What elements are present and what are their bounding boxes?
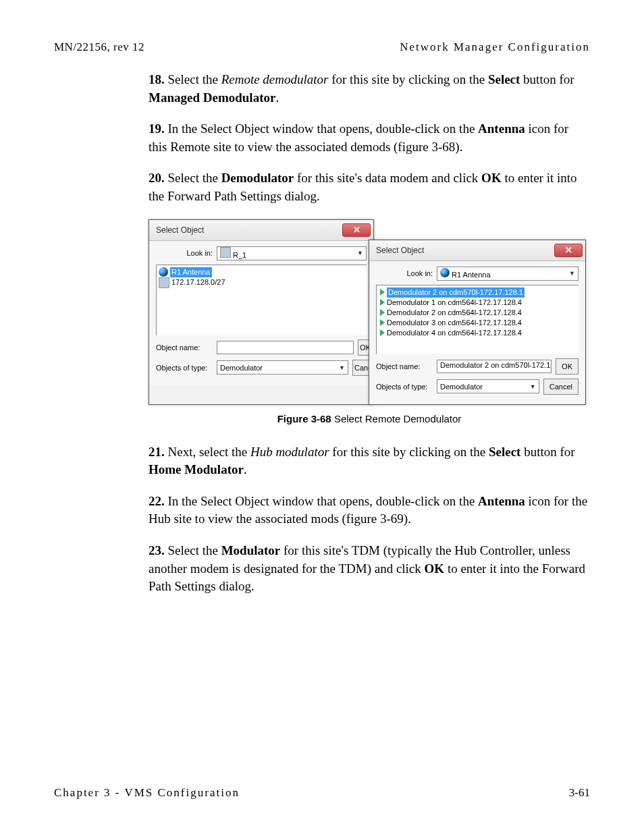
close-icon[interactable]: ✕ [342, 223, 371, 237]
step-18: 18. Select the Remote demodulator for th… [149, 71, 590, 107]
dialog-title: Select Object [156, 225, 204, 235]
header-left: MN/22156, rev 12 [54, 40, 144, 54]
object-type-label: Objects of type: [156, 364, 213, 372]
step-23: 23. Select the Modulator for this site's… [149, 542, 590, 596]
dialog-title: Select Object [376, 246, 424, 255]
select-object-dialog-right: Select Object ✕ Look in: R1 Antenna ▼ [369, 240, 586, 405]
object-name-input[interactable] [217, 341, 354, 354]
object-type-combo[interactable]: Demodulator▼ [437, 379, 539, 393]
demod-icon [380, 329, 385, 336]
object-name-label: Object name: [376, 362, 433, 370]
list-item[interactable]: 172.17.128.0/27 [159, 277, 365, 288]
chevron-down-icon: ▼ [530, 383, 536, 390]
lookin-label: Look in: [376, 269, 433, 277]
chevron-down-icon: ▼ [357, 250, 363, 256]
page-footer: Chapter 3 - VMS Configuration 3-61 [54, 786, 590, 800]
list-item[interactable]: Demodulator 2 on cdm564l-172.17.128.4 [379, 308, 576, 318]
step-20: 20. Select the Demodulator for this site… [149, 169, 590, 205]
chevron-down-icon: ▼ [339, 364, 345, 371]
step-22: 22. In the Select Object window that ope… [149, 493, 590, 528]
demod-icon [380, 299, 385, 306]
titlebar: Select Object ✕ [149, 220, 373, 241]
lookin-combo[interactable]: R1 Antenna ▼ [437, 267, 579, 281]
list-item[interactable]: Demodulator 3 on cdm564l-172.17.128.4 [379, 318, 576, 328]
step-21: 21. Next, select the Hub modulator for t… [149, 443, 590, 479]
footer-right: 3-61 [569, 786, 590, 800]
figure-caption: Figure 3-68 Select Remote Demodulator [149, 413, 590, 424]
object-type-combo[interactable]: Demodulator▼ [217, 360, 348, 375]
figure-3-68: Select Object ✕ Look in: R_1 ▼ R1 An [149, 219, 590, 424]
folder-icon [220, 247, 231, 258]
list-item[interactable]: R1 Antenna [159, 267, 365, 277]
object-name-label: Object name: [156, 343, 213, 352]
list-item[interactable]: Demodulator 1 on cdm564l-172.17.128.4 [379, 298, 576, 308]
file-list[interactable]: R1 Antenna 172.17.128.0/27 [156, 265, 367, 335]
demod-icon [380, 289, 385, 296]
ok-button[interactable]: OK [556, 358, 579, 375]
cancel-button[interactable]: Cancel [543, 379, 579, 395]
antenna-icon [440, 268, 450, 277]
lookin-label: Look in: [156, 249, 213, 257]
antenna-icon [159, 267, 168, 277]
list-item[interactable]: Demodulator 4 on cdm564l-172.17.128.4 [379, 328, 576, 338]
footer-left: Chapter 3 - VMS Configuration [54, 786, 240, 800]
select-object-dialog-left: Select Object ✕ Look in: R_1 ▼ R1 An [149, 219, 374, 405]
chevron-down-icon: ▼ [569, 270, 575, 277]
file-list[interactable]: Demodulator 2 on cdm570l-172.17.128.1 De… [376, 285, 579, 354]
network-icon [159, 277, 169, 288]
close-icon[interactable]: ✕ [554, 244, 583, 257]
demod-icon [380, 319, 385, 326]
object-name-input[interactable]: Demodulator 2 on cdm570l-172.17. [437, 360, 552, 373]
demod-icon [380, 309, 385, 316]
titlebar: Select Object ✕ [369, 240, 585, 261]
step-19: 19. In the Select Object window that ope… [149, 120, 590, 156]
header-right: Network Manager Configuration [400, 40, 590, 54]
lookin-combo[interactable]: R_1 ▼ [217, 246, 367, 260]
object-type-label: Objects of type: [376, 383, 433, 391]
list-item[interactable]: Demodulator 2 on cdm570l-172.17.128.1 [379, 287, 576, 298]
page-header: MN/22156, rev 12 Network Manager Configu… [54, 40, 590, 54]
